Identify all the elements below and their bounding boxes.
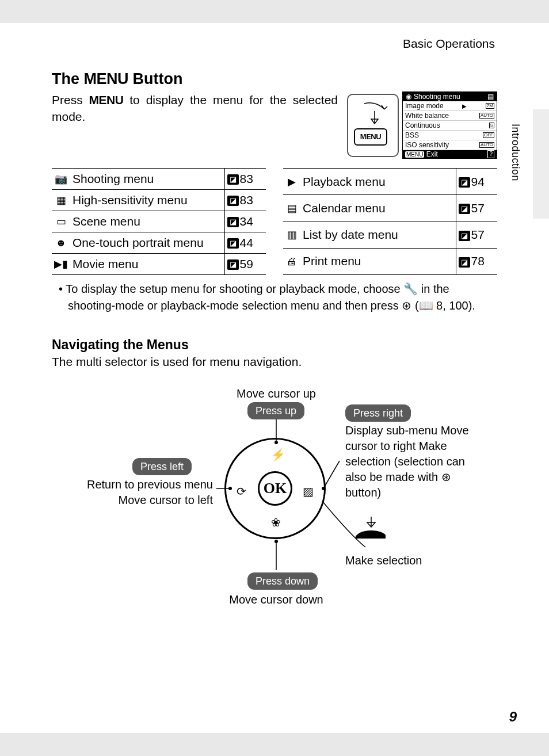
menu-row-icon: 🖨 <box>283 248 300 274</box>
menu-row: ▦ High-sensitivity menu ◪83 <box>52 190 266 211</box>
menu-row: ▶ Playback menu ◪94 <box>283 169 497 195</box>
menu-row-label: One-touch portrait menu <box>70 232 224 254</box>
lcd-row: ContinuousS <box>403 121 497 131</box>
menu-row-label: Movie menu <box>70 254 224 275</box>
right-menu-table: ▶ Playback menu ◪94 ▤ Calendar menu ◪57 … <box>283 168 497 275</box>
page-ref-icon: ◪ <box>227 259 239 270</box>
menu-row-page: ◪83 <box>224 190 266 211</box>
macro-icon: ❀ <box>271 516 281 529</box>
menu-row: ▤ Calendar menu ◪57 <box>283 195 497 222</box>
lcd-row: Image mode▶7M <box>403 101 497 111</box>
menu-row-page: ◪57 <box>456 195 497 222</box>
side-tab-bg <box>533 109 549 219</box>
camera-back-illustration: MENU <box>347 94 399 157</box>
lcd-illustration: MENU ◉ Shooting menu ▤ Image mode▶7MWhit… <box>347 91 497 159</box>
intro-text: Press MENU to display the menu for the s… <box>52 91 338 125</box>
page-ref-icon: ◪ <box>227 174 239 185</box>
menu-row-page: ◪34 <box>224 211 266 232</box>
mini-lcd: ◉ Shooting menu ▤ Image mode▶7MWhite bal… <box>402 91 497 159</box>
timer-icon: ⟳ <box>237 484 246 498</box>
lcd-row: White balanceAUTO <box>403 111 497 121</box>
page-title: The MENU Button <box>52 70 497 88</box>
menu-row-icon: ▭ <box>52 211 70 232</box>
ok-button-glyph: OK <box>258 471 292 506</box>
menu-row: ▥ List by date menu ◪57 <box>283 222 497 248</box>
lcd-header: ◉ Shooting menu ▤ <box>403 92 497 101</box>
menu-row-label: High-sensitivity menu <box>70 190 224 211</box>
menu-row: 🖨 Print menu ◪78 <box>283 248 497 274</box>
title-pre: The <box>52 70 84 87</box>
menu-row-icon: ▶▮ <box>52 254 70 275</box>
menu-row-page: ◪78 <box>456 248 497 274</box>
multi-selector-dial: OK ⚡ ❀ ⟳ ▨ <box>224 438 328 541</box>
page-ref-icon: ◪ <box>459 231 470 241</box>
menu-row-label: Calendar menu <box>300 195 456 222</box>
page-ref-icon: ◪ <box>459 257 470 268</box>
help-icon: ? <box>487 150 494 158</box>
menu-row-page: ◪57 <box>456 222 497 248</box>
page-ref-icon: ◪ <box>227 238 239 249</box>
title-menu-glyph: MENU <box>84 70 129 87</box>
menu-row: 📷 Shooting menu ◪83 <box>52 169 266 190</box>
page-ref-icon: ◪ <box>459 177 470 188</box>
menu-row-icon: ▥ <box>283 222 300 248</box>
lcd-row: ISO sensitivityAUTO <box>403 140 497 150</box>
menu-row-label: Playback menu <box>300 169 456 195</box>
menu-row-page: ◪59 <box>224 254 266 275</box>
menu-row: ▭ Scene menu ◪34 <box>52 211 266 232</box>
multi-selector-diagram: Move cursor up Press up Press down Move … <box>52 386 497 622</box>
section-header: Basic Operations <box>52 37 497 51</box>
menu-row-page: ◪94 <box>456 169 497 195</box>
flash-icon: ⚡ <box>271 448 285 461</box>
menu-row-label: List by date menu <box>300 222 456 248</box>
menu-row-label: Print menu <box>300 248 456 274</box>
lcd-row: BSSOFF <box>403 131 497 140</box>
menu-row-icon: ▤ <box>283 195 300 222</box>
exposure-icon: ▨ <box>303 484 314 498</box>
menu-button-illustration: MENU <box>354 128 387 146</box>
menu-row-icon: 📷 <box>52 169 70 190</box>
menu-row-page: ◪83 <box>224 169 266 190</box>
camera-icon: ◉ <box>406 93 411 101</box>
arrow-down-icon <box>359 101 393 129</box>
menu-row: ▶▮ Movie menu ◪59 <box>52 254 266 275</box>
menu-row-icon: ▦ <box>52 190 70 211</box>
menu-row-label: Scene menu <box>70 211 224 232</box>
page-ref-icon: ◪ <box>459 204 470 214</box>
menu-row-icon: ▶ <box>283 169 300 195</box>
menu-glyph-inline: MENU <box>89 93 124 106</box>
bullet-note: • To display the setup menu for shooting… <box>52 281 497 314</box>
page-ref-icon: ◪ <box>227 196 239 206</box>
menu-row-label: Shooting menu <box>70 169 224 190</box>
nav-heading: Navigating the Menus <box>52 337 497 353</box>
side-tab-label: Introduction <box>509 124 521 181</box>
left-menu-table: 📷 Shooting menu ◪83 ▦ High-sensitivity m… <box>52 168 266 275</box>
page-number: 9 <box>509 709 517 725</box>
menu-row: ☻ One-touch portrait menu ◪44 <box>52 232 266 254</box>
lcd-footer: MENU Exit ? <box>403 150 497 158</box>
menu-row-icon: ☻ <box>52 232 70 254</box>
nav-text: The multi selector is used for menu navi… <box>52 355 497 369</box>
menu-row-page: ◪44 <box>224 232 266 254</box>
page-ref-icon: ◪ <box>227 217 239 227</box>
list-icon: ▤ <box>487 93 494 101</box>
title-post: Button <box>128 70 182 87</box>
